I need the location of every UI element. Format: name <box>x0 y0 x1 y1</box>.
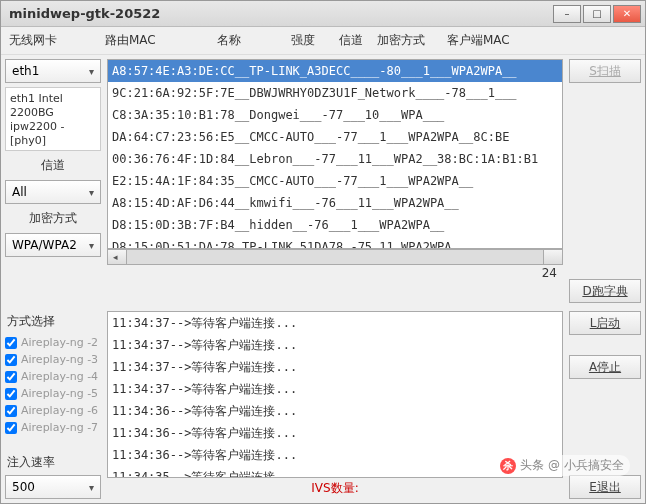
method-checkbox[interactable] <box>5 388 17 400</box>
scan-button[interactable]: S扫描 <box>569 59 641 83</box>
method-checkbox[interactable] <box>5 422 17 434</box>
column-headers: 无线网卡 路由MAC 名称 强度 信道 加密方式 客户端MAC <box>1 27 645 55</box>
maximize-button[interactable]: □ <box>583 5 611 23</box>
header-mac: 路由MAC <box>105 32 217 49</box>
method-checkbox[interactable] <box>5 371 17 383</box>
method-checkbox-row[interactable]: Aireplay-ng -3 <box>5 351 101 368</box>
inject-label: 注入速率 <box>5 452 101 475</box>
scroll-left-icon: ◂ <box>113 252 118 262</box>
watermark-prefix: 头条 @ <box>520 457 560 474</box>
window-title: minidwep-gtk-20522 <box>5 6 553 21</box>
method-checkbox-label: Aireplay-ng -4 <box>21 370 98 383</box>
interface-value: eth1 <box>12 64 39 78</box>
log-row: 11:34:36-->等待客户端连接... <box>108 422 562 444</box>
network-row[interactable]: DA:64:C7:23:56:E5__CMCC-AUTO___-77___1__… <box>108 126 562 148</box>
method-checkbox-row[interactable]: Aireplay-ng -2 <box>5 334 101 351</box>
network-row[interactable]: D8:15:0D:3B:7F:B4__hidden__-76___1___WPA… <box>108 214 562 236</box>
launch-button[interactable]: L启动 <box>569 311 641 335</box>
network-count: 24 <box>107 265 563 283</box>
scroll-right-icon: ▸ <box>552 252 557 262</box>
log-row: 11:34:37-->等待客户端连接... <box>108 334 562 356</box>
log-row: 11:34:36-->等待客户端连接... <box>108 400 562 422</box>
channel-label: 信道 <box>5 155 101 176</box>
channel-select[interactable]: All <box>5 180 101 204</box>
close-button[interactable]: ✕ <box>613 5 641 23</box>
network-row[interactable]: C8:3A:35:10:B1:78__Dongwei___-77___10___… <box>108 104 562 126</box>
interface-info: eth1 Intel 2200BG ipw2200 - [phy0] <box>5 87 101 151</box>
log-row: 11:34:37-->等待客户端连接... <box>108 356 562 378</box>
watermark: 杀 头条 @ 小兵搞安全 <box>494 455 630 476</box>
stop-button[interactable]: A停止 <box>569 355 641 379</box>
ivs-count-label: IVS数量: <box>107 478 563 499</box>
header-name: 名称 <box>217 32 291 49</box>
titlebar: minidwep-gtk-20522 – □ ✕ <box>1 1 645 27</box>
encryption-select[interactable]: WPA/WPA2 <box>5 233 101 257</box>
header-enc: 加密方式 <box>377 32 447 49</box>
horizontal-scrollbar[interactable]: ◂ ▸ <box>107 249 563 265</box>
inject-rate-select[interactable]: 500 <box>5 475 101 499</box>
network-list[interactable]: A8:57:4E:A3:DE:CC__TP-LINK_A3DECC____-80… <box>107 59 563 249</box>
method-checkbox-label: Aireplay-ng -5 <box>21 387 98 400</box>
log-row: 11:34:37-->等待客户端连接... <box>108 378 562 400</box>
header-channel: 信道 <box>339 32 377 49</box>
log-list[interactable]: 11:34:37-->等待客户端连接...11:34:37-->等待客户端连接.… <box>107 311 563 478</box>
encryption-value: WPA/WPA2 <box>12 238 77 252</box>
method-checkbox[interactable] <box>5 354 17 366</box>
minimize-button[interactable]: – <box>553 5 581 23</box>
network-row[interactable]: 00:36:76:4F:1D:84__Lebron___-77___11___W… <box>108 148 562 170</box>
method-checkbox[interactable] <box>5 337 17 349</box>
method-checkbox[interactable] <box>5 405 17 417</box>
method-checkbox-row[interactable]: Aireplay-ng -6 <box>5 402 101 419</box>
network-row[interactable]: E2:15:4A:1F:84:35__CMCC-AUTO___-77___1__… <box>108 170 562 192</box>
exit-button[interactable]: E退出 <box>569 475 641 499</box>
network-row[interactable]: A8:57:4E:A3:DE:CC__TP-LINK_A3DECC____-80… <box>108 60 562 82</box>
encryption-label: 加密方式 <box>5 208 101 229</box>
method-checkbox-label: Aireplay-ng -2 <box>21 336 98 349</box>
header-wlan: 无线网卡 <box>9 32 105 49</box>
method-checkbox-row[interactable]: Aireplay-ng -4 <box>5 368 101 385</box>
header-clientmac: 客户端MAC <box>447 32 510 49</box>
method-checkbox-label: Aireplay-ng -3 <box>21 353 98 366</box>
log-row: 11:34:37-->等待客户端连接... <box>108 312 562 334</box>
header-signal: 强度 <box>291 32 339 49</box>
watermark-icon: 杀 <box>500 458 516 474</box>
method-checkbox-label: Aireplay-ng -6 <box>21 404 98 417</box>
method-checkbox-label: Aireplay-ng -7 <box>21 421 98 434</box>
channel-value: All <box>12 185 27 199</box>
watermark-text: 小兵搞安全 <box>564 457 624 474</box>
network-row[interactable]: A8:15:4D:AF:D6:44__kmwifi___-76___11___W… <box>108 192 562 214</box>
network-row[interactable]: D8:15:0D:51:DA:78 TP-LINK_51DA78 -75 11 … <box>108 236 562 249</box>
method-checkbox-row[interactable]: Aireplay-ng -5 <box>5 385 101 402</box>
interface-select[interactable]: eth1 <box>5 59 101 83</box>
network-row[interactable]: 9C:21:6A:92:5F:7E__DBWJWRHY0DZ3U1F_Netwo… <box>108 82 562 104</box>
method-checkbox-row[interactable]: Aireplay-ng -7 <box>5 419 101 436</box>
dictionary-button[interactable]: D跑字典 <box>569 279 641 303</box>
inject-rate-value: 500 <box>12 480 35 494</box>
method-label: 方式选择 <box>5 311 101 334</box>
